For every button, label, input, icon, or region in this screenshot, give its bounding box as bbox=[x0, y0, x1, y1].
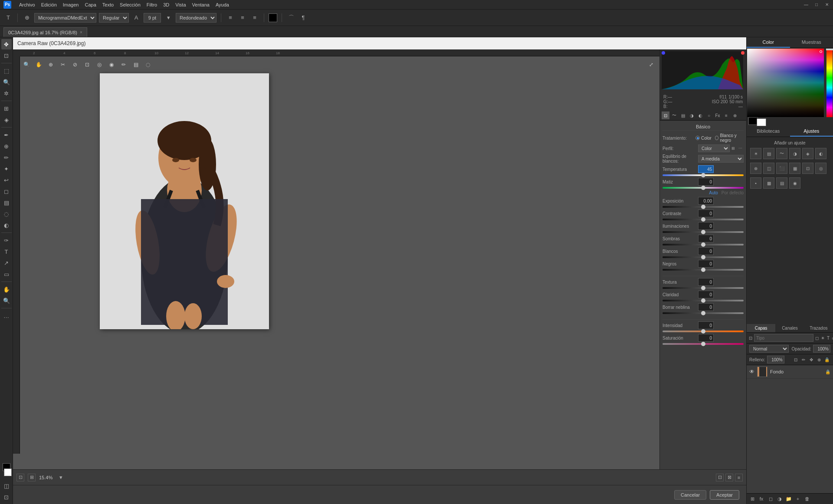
layer-visibility-icon[interactable]: 👁 bbox=[749, 369, 754, 375]
menu-edicion[interactable]: Edición bbox=[41, 2, 57, 7]
cr-straighten-tool[interactable]: ⊘ bbox=[70, 60, 80, 69]
layers-filter-pixel-icon[interactable]: ◻ bbox=[815, 334, 819, 342]
hue-spectrum[interactable] bbox=[747, 48, 824, 118]
negros-slider-track[interactable] bbox=[662, 269, 744, 271]
shape-tool[interactable]: ▭ bbox=[1, 269, 12, 279]
exposicion-slider-track[interactable] bbox=[662, 206, 744, 208]
iluminaciones-slider-thumb[interactable] bbox=[701, 230, 705, 234]
textura-value[interactable] bbox=[698, 278, 714, 286]
adj-gradient-icon[interactable]: ▤ bbox=[776, 177, 787, 189]
layer-item[interactable]: 👁 Fondo 🔒 bbox=[747, 365, 833, 379]
cr-tab-hsl[interactable]: ◑ bbox=[688, 111, 695, 119]
screen-mode-tool[interactable]: ⊡ bbox=[1, 492, 12, 502]
contraste-slider-thumb[interactable] bbox=[701, 217, 705, 222]
maximize-button[interactable]: □ bbox=[814, 2, 819, 7]
zoom-dropdown-icon[interactable]: ▾ bbox=[56, 473, 66, 482]
temperatura-slider-thumb[interactable] bbox=[701, 173, 705, 177]
tab-close-icon[interactable]: × bbox=[80, 30, 82, 35]
exposicion-slider-thumb[interactable] bbox=[701, 205, 705, 209]
wb-select[interactable]: A medida bbox=[698, 155, 744, 163]
adj-vibrance-icon[interactable]: ◈ bbox=[802, 148, 813, 159]
claridad-slider-track[interactable] bbox=[662, 300, 744, 301]
adj-lookup-icon[interactable]: ⊡ bbox=[802, 163, 813, 174]
blur-tool[interactable]: ◌ bbox=[1, 209, 12, 219]
minimize-button[interactable]: — bbox=[803, 2, 809, 7]
matiz-value[interactable] bbox=[698, 178, 714, 186]
negros-value[interactable] bbox=[698, 260, 714, 268]
contraste-value[interactable] bbox=[698, 209, 714, 217]
close-button[interactable]: ✕ bbox=[824, 2, 830, 7]
adj-hsl-icon[interactable]: ◐ bbox=[815, 148, 826, 159]
cr-tab-presets[interactable]: ⊕ bbox=[731, 111, 739, 119]
menu-capa[interactable]: Capa bbox=[85, 2, 96, 7]
brush-tool[interactable]: ✏ bbox=[1, 152, 12, 163]
adj-levels-icon[interactable]: ▤ bbox=[763, 148, 774, 159]
layers-filter-icon[interactable]: ⊡ bbox=[748, 334, 753, 342]
temperatura-value[interactable] bbox=[698, 165, 714, 173]
hue-slider-thumb[interactable] bbox=[826, 49, 833, 50]
hue-slider[interactable] bbox=[826, 48, 833, 118]
gradient-tool[interactable]: ▤ bbox=[1, 197, 12, 208]
matiz-slider-track[interactable] bbox=[662, 187, 744, 189]
hand-tool[interactable]: ✋ bbox=[1, 284, 12, 295]
sombras-value[interactable] bbox=[698, 235, 714, 242]
cancel-button[interactable]: Cancelar bbox=[674, 490, 706, 500]
eraser-tool[interactable]: ◻ bbox=[1, 186, 12, 196]
document-tab[interactable]: 0C3A4269.jpg al 16.7% (RGB/8) × bbox=[3, 27, 87, 37]
intensidad-slider-track[interactable] bbox=[662, 331, 744, 332]
font-size-input[interactable] bbox=[144, 13, 161, 23]
perfil-select[interactable]: Color bbox=[698, 144, 730, 152]
saturacion-slider-track[interactable] bbox=[662, 343, 744, 345]
antialiasing-select[interactable]: Redondeado bbox=[176, 13, 216, 23]
footer-filmstrip-icon[interactable]: ≡ bbox=[735, 474, 743, 481]
lock-artboard-icon[interactable]: ⊕ bbox=[816, 356, 823, 363]
saturacion-slider-thumb[interactable] bbox=[701, 342, 705, 346]
borrar-neblina-slider-track[interactable] bbox=[662, 312, 744, 314]
lock-all-icon[interactable]: 🔒 bbox=[823, 356, 830, 363]
move-tool-icon[interactable]: ⊕ bbox=[22, 13, 32, 23]
cr-tab-basic[interactable]: ⊡ bbox=[662, 111, 669, 119]
dodge-tool[interactable]: ◐ bbox=[1, 220, 12, 230]
borrar-neblina-value[interactable] bbox=[698, 303, 714, 311]
adj-curves-icon[interactable]: 〜 bbox=[776, 148, 787, 159]
type-tool-icon[interactable]: T bbox=[3, 13, 13, 23]
background-color[interactable] bbox=[4, 468, 12, 476]
character-panel-icon[interactable]: ¶ bbox=[298, 13, 308, 23]
blend-mode-select[interactable]: Normal bbox=[749, 345, 789, 353]
cr-retouch-tool[interactable]: ◎ bbox=[95, 60, 104, 69]
perfil-more-button[interactable]: ⋯ bbox=[737, 145, 744, 152]
matiz-slider-thumb[interactable] bbox=[701, 186, 705, 190]
layer-delete-icon[interactable]: 🗑 bbox=[803, 495, 811, 503]
sombras-slider-track[interactable] bbox=[662, 244, 744, 245]
iluminaciones-value[interactable] bbox=[698, 222, 714, 230]
iluminaciones-slider-track[interactable] bbox=[662, 231, 744, 233]
tab-color[interactable]: Color bbox=[747, 37, 790, 48]
blancos-slider-track[interactable] bbox=[662, 256, 744, 258]
pen-tool[interactable]: ✑ bbox=[1, 235, 12, 245]
stamp-tool[interactable]: ✦ bbox=[1, 164, 12, 174]
cr-hand-tool[interactable]: ✋ bbox=[34, 60, 43, 69]
artboard-tool[interactable]: ⊡ bbox=[1, 50, 12, 61]
sombras-slider-thumb[interactable] bbox=[701, 242, 705, 247]
footer-frame-icon[interactable]: ⊡ bbox=[16, 474, 24, 481]
saturacion-value[interactable] bbox=[698, 334, 714, 342]
lasso-tool[interactable]: 🔍 bbox=[1, 77, 12, 87]
layer-fx-icon[interactable]: fx bbox=[758, 495, 765, 503]
blancos-value[interactable] bbox=[698, 247, 714, 255]
menu-ventana[interactable]: Ventana bbox=[192, 2, 210, 7]
lock-position-icon[interactable]: ✥ bbox=[808, 356, 815, 363]
cr-crop-tool[interactable]: ✂ bbox=[58, 60, 68, 69]
tab-libraries[interactable]: Bibliotecas bbox=[747, 126, 790, 137]
menu-ayuda[interactable]: Ayuda bbox=[216, 2, 229, 7]
cr-adj-brush[interactable]: ✏ bbox=[119, 60, 128, 69]
footer-grid-icon[interactable]: ⊞ bbox=[28, 474, 36, 481]
blancos-slider-thumb[interactable] bbox=[701, 255, 705, 259]
more-tools[interactable]: … bbox=[1, 311, 12, 321]
quick-mask-tool[interactable]: ◫ bbox=[1, 481, 12, 491]
eyedropper-tool[interactable]: ✒ bbox=[1, 130, 12, 140]
adj-exposure-icon[interactable]: ◑ bbox=[789, 148, 800, 159]
layer-new-icon[interactable]: + bbox=[794, 495, 802, 503]
tab-trazados[interactable]: Trazados bbox=[804, 324, 833, 332]
footer-settings-icon[interactable]: ⊡ bbox=[716, 474, 724, 481]
claridad-value[interactable] bbox=[698, 291, 714, 298]
